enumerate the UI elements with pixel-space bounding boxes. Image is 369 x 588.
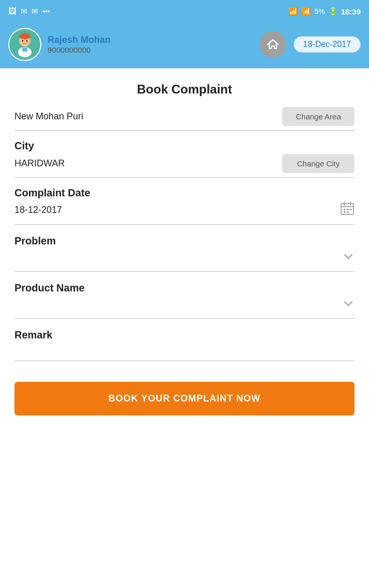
svg-rect-11 xyxy=(347,211,349,213)
product-name-dropdown[interactable] xyxy=(14,296,355,319)
main-content: Book Complaint New Mohan Puri Change Are… xyxy=(0,69,369,426)
problem-label: Problem xyxy=(14,235,355,247)
svg-rect-4 xyxy=(22,48,27,52)
user-phone: 9000000000 xyxy=(48,45,111,54)
svg-point-6 xyxy=(26,40,28,42)
more-icon: ••• xyxy=(42,7,50,16)
calendar-icon[interactable] xyxy=(340,201,355,219)
area-value: New Mohan Puri xyxy=(14,111,83,122)
header: Rajesh Mohan 9000000000 18-Dec-2017 xyxy=(0,23,369,69)
problem-chevron-icon xyxy=(342,250,355,266)
clock: 18:39 xyxy=(341,7,361,16)
svg-rect-10 xyxy=(344,211,346,213)
area-divider xyxy=(14,130,355,131)
problem-dropdown[interactable] xyxy=(14,249,355,272)
image-icon: 🖼 xyxy=(8,7,17,16)
status-bar-right: 📶 📶 5% 🔋 18:39 xyxy=(288,7,361,16)
battery-percent: 5% xyxy=(314,7,325,16)
user-info: Rajesh Mohan 9000000000 xyxy=(48,35,111,54)
city-row: HARIDWAR Change City xyxy=(14,154,355,173)
city-value: HARIDWAR xyxy=(14,158,65,169)
header-right: 18-Dec-2017 xyxy=(259,31,361,58)
change-city-button[interactable]: Change City xyxy=(282,154,355,173)
complaint-date-row: 18-12-2017 xyxy=(14,201,355,225)
svg-point-5 xyxy=(22,40,24,42)
svg-point-2 xyxy=(19,33,30,39)
remark-label: Remark xyxy=(14,329,355,341)
page-title: Book Complaint xyxy=(14,82,355,97)
status-bar-left: 🖼 ✉ ✉ ••• xyxy=(8,7,50,16)
home-button[interactable] xyxy=(259,31,286,58)
svg-rect-8 xyxy=(344,209,346,210)
date-badge: 18-Dec-2017 xyxy=(294,36,361,53)
battery-icon: 🔋 xyxy=(328,7,338,16)
user-name: Rajesh Mohan xyxy=(48,35,111,45)
product-chevron-icon xyxy=(342,297,355,313)
city-label: City xyxy=(14,140,355,152)
wifi-icon: 📶 xyxy=(288,7,298,16)
status-bar: 🖼 ✉ ✉ ••• 📶 📶 5% 🔋 18:39 xyxy=(0,0,369,23)
svg-rect-12 xyxy=(350,209,352,210)
complaint-date-label: Complaint Date xyxy=(14,187,355,199)
complaint-date-value: 18-12-2017 xyxy=(14,205,62,215)
remark-input[interactable] xyxy=(14,343,355,361)
svg-rect-9 xyxy=(347,209,349,210)
header-user: Rajesh Mohan 9000000000 xyxy=(8,28,111,61)
product-name-label: Product Name xyxy=(14,282,355,294)
mail-icon: ✉ xyxy=(21,7,27,16)
signal-icon: 📶 xyxy=(301,7,311,16)
avatar xyxy=(8,28,41,61)
mail-icon-2: ✉ xyxy=(32,7,38,16)
change-area-button[interactable]: Change Area xyxy=(282,107,355,126)
submit-button[interactable]: BOOK YOUR COMPLAINT NOW xyxy=(14,382,355,415)
area-row: New Mohan Puri Change Area xyxy=(14,107,355,126)
city-divider xyxy=(14,177,355,178)
